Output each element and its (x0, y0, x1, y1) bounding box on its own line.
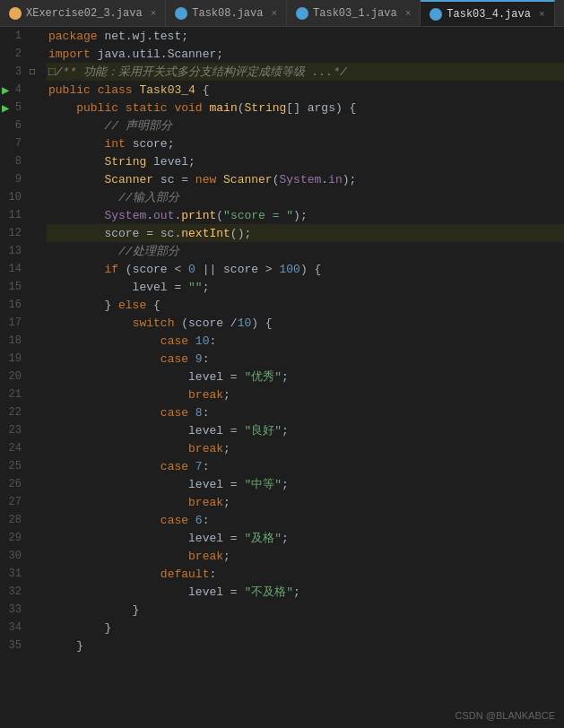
code-line-34: } (47, 619, 564, 637)
fold-icon-1 (27, 30, 38, 41)
gutter-row-22: 22 (0, 403, 43, 421)
gutter-row-6: 6 (0, 117, 43, 134)
code-line-4: public class Task03_4 { (47, 81, 564, 99)
code-line-10: //输入部分 (47, 188, 564, 206)
code-line-21: break; (47, 386, 564, 403)
code-line-7: int score; (47, 134, 564, 152)
code-line-13: //处理部分 (47, 242, 564, 260)
code-line-16: } else { (47, 296, 564, 314)
gutter-row-29: 29 (0, 529, 43, 547)
tab-task08[interactable]: Task08.java × (166, 0, 287, 26)
code-line-9: Scanner sc = new Scanner(System.in); (47, 170, 564, 188)
gutter-row-3: 3 □ (0, 63, 43, 81)
gutter-row-16: 16 (0, 296, 43, 314)
gutter-row-8: 8 (0, 152, 43, 170)
code-area[interactable]: package net.wj.test; import java.util.Sc… (43, 27, 564, 728)
gutter-row-7: 7 (0, 134, 43, 152)
gutter-row-4: ▶ 4 (0, 81, 43, 99)
code-line-26: level = "中等"; (47, 475, 564, 493)
code-line-31: default: (47, 565, 564, 583)
code-line-19: case 9: (47, 350, 564, 368)
tab-close-task031[interactable]: × (405, 8, 412, 19)
gutter-row-34: 34 (0, 619, 43, 637)
gutter-row-11: 11 (0, 206, 43, 224)
tab-close-xexercise[interactable]: × (151, 8, 157, 19)
code-line-5: public static void main(String[] args) { (47, 99, 564, 117)
tab-icon-blue3 (430, 8, 442, 21)
code-line-12: score = sc.nextInt(); (47, 224, 564, 242)
gutter-row-23: 23 (0, 421, 43, 439)
code-line-33: } (47, 601, 564, 619)
fold-icon-4 (27, 84, 38, 95)
gutter-row-5: ▶ 5 (0, 99, 43, 117)
tab-bar: XExercise02_3.java × Task08.java × Task0… (0, 0, 564, 27)
gutter-row-15: 15 (0, 278, 43, 296)
code-line-28: case 6: (47, 511, 564, 529)
tab-task031[interactable]: Task03_1.java × (287, 0, 421, 26)
code-line-15: level = ""; (47, 278, 564, 296)
tab-label-task034: Task03_4.java (447, 8, 531, 21)
code-line-35: } (47, 637, 564, 654)
tab-icon-blue1 (175, 7, 187, 20)
code-line-8: String level; (47, 152, 564, 170)
fold-icon-2 (27, 48, 38, 59)
tab-close-task034[interactable]: × (539, 9, 545, 20)
gutter-row-33: 33 (0, 601, 43, 619)
tab-label-task031: Task03_1.java (313, 7, 397, 20)
gutter-row-27: 27 (0, 493, 43, 511)
gutter-row-12: 12 (0, 224, 43, 242)
gutter-row-10: 10 (0, 188, 43, 206)
watermark: CSDN @BLANKABCE (456, 710, 555, 721)
fold-icon-5 (27, 102, 38, 113)
gutter-row-9: 9 (0, 170, 43, 188)
code-line-18: case 10: (47, 332, 564, 350)
gutter-row-13: 13 (0, 242, 43, 260)
gutter-row-17: 17 (0, 314, 43, 332)
gutter-row-21: 21 (0, 386, 43, 403)
tab-label-task08: Task08.java (192, 7, 263, 20)
gutter-row-28: 28 (0, 511, 43, 529)
gutter-row-24: 24 (0, 439, 43, 457)
fold-icon-3[interactable]: □ (27, 66, 38, 77)
line-gutter: 1 2 3 □ ▶ 4 ▶ 5 6 7 8 9 (0, 27, 43, 728)
gutter-row-32: 32 (0, 583, 43, 601)
gutter-row-14: 14 (0, 260, 43, 278)
code-line-32: level = "不及格"; (47, 583, 564, 601)
tab-label-xexercise: XExercise02_3.java (26, 7, 143, 20)
run-indicator-4: ▶ (2, 82, 9, 98)
code-line-3: □/** 功能：采用开关式多分支结构评定成绩等级 ...*/ (47, 63, 564, 81)
code-line-27: break; (47, 493, 564, 511)
tab-icon-blue2 (296, 7, 308, 20)
code-line-29: level = "及格"; (47, 529, 564, 547)
tab-xexercise[interactable]: XExercise02_3.java × (0, 0, 166, 26)
tab-task034[interactable]: Task03_4.java × (421, 0, 554, 26)
code-line-1: package net.wj.test; (47, 27, 564, 45)
editor: 1 2 3 □ ▶ 4 ▶ 5 6 7 8 9 (0, 27, 564, 728)
code-line-2: import java.util.Scanner; (47, 45, 564, 63)
code-line-25: case 7: (47, 457, 564, 475)
code-line-14: if (score < 0 || score > 100) { (47, 260, 564, 278)
gutter-row-25: 25 (0, 457, 43, 475)
code-line-11: System.out.print("score = "); (47, 206, 564, 224)
gutter-row-35: 35 (0, 637, 43, 654)
gutter-row-31: 31 (0, 565, 43, 583)
gutter-row-19: 19 (0, 350, 43, 368)
gutter-row-2: 2 (0, 45, 43, 63)
code-line-20: level = "优秀"; (47, 368, 564, 386)
gutter-row-20: 20 (0, 368, 43, 386)
run-indicator-5: ▶ (2, 100, 9, 116)
gutter-row-30: 30 (0, 547, 43, 565)
gutter-row-18: 18 (0, 332, 43, 350)
code-line-24: break; (47, 439, 564, 457)
tab-close-task08[interactable]: × (271, 8, 277, 19)
tab-icon-orange (9, 7, 22, 20)
code-line-23: level = "良好"; (47, 421, 564, 439)
gutter-row-26: 26 (0, 475, 43, 493)
code-line-17: switch (score /10) { (47, 314, 564, 332)
code-line-22: case 8: (47, 403, 564, 421)
gutter-row-1: 1 (0, 27, 43, 45)
code-line-30: break; (47, 547, 564, 565)
code-line-6: // 声明部分 (47, 117, 564, 134)
